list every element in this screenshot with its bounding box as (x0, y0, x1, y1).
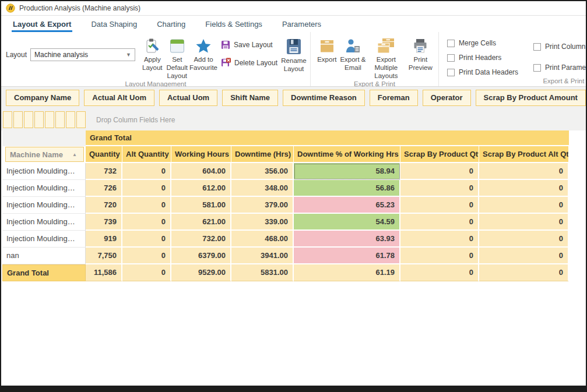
data-cell[interactable]: 0 (479, 163, 569, 180)
print-parameters-checkbox[interactable]: Print Parameters (533, 63, 587, 72)
save-layout-button[interactable]: Save Layout (221, 40, 277, 50)
data-cell[interactable]: 5831.00 (231, 264, 294, 281)
data-cell[interactable]: 732.00 (171, 231, 231, 248)
downtime-pct-cell[interactable]: 65.23 (294, 197, 400, 214)
data-cell[interactable]: 339.00 (231, 214, 294, 231)
data-cell[interactable]: 919 (86, 231, 122, 248)
row-header[interactable]: Injection Moulding… (2, 231, 86, 248)
data-cell[interactable]: 0 (122, 264, 171, 281)
data-cell[interactable]: 0 (479, 264, 569, 281)
data-cell[interactable]: 379.00 (231, 197, 294, 214)
data-cell[interactable]: 6379.00 (171, 248, 231, 264)
data-cell[interactable]: 0 (400, 197, 479, 214)
data-cell[interactable]: 0 (400, 163, 479, 180)
data-cell[interactable]: 0 (122, 180, 171, 197)
merge-cells-checkbox[interactable]: Merge Cells (447, 39, 518, 47)
data-cell[interactable]: 348.00 (231, 180, 294, 197)
data-cell[interactable]: 0 (400, 180, 479, 197)
row-header[interactable]: Grand Total (2, 264, 86, 281)
filter-field-chip[interactable]: Actual Uom (159, 90, 217, 106)
data-cell[interactable]: 0 (479, 180, 569, 197)
column-header[interactable]: Downtime (Hrs) (231, 146, 294, 163)
data-cell[interactable]: 9529.00 (171, 264, 231, 281)
delete-layout-button[interactable]: Delete Layout (221, 58, 277, 68)
print-column-headers-checkbox[interactable]: Print Column Headers (533, 43, 587, 51)
rename-layout-button[interactable]: Rename Layout (281, 34, 307, 73)
downtime-pct-cell[interactable]: 56.86 (294, 180, 400, 197)
data-cell[interactable]: 0 (400, 264, 479, 281)
column-header[interactable]: Alt Quantity (122, 146, 171, 163)
column-header[interactable]: Scrap By Product Qty (400, 146, 479, 163)
row-header[interactable]: Injection Moulding… (2, 180, 86, 197)
filter-field-chip[interactable]: Shift Name (222, 90, 278, 106)
data-cell[interactable]: 0 (122, 231, 171, 248)
data-cell[interactable]: 7,750 (86, 248, 122, 264)
data-cell[interactable]: 612.00 (171, 180, 231, 197)
downtime-pct-cell[interactable]: 54.59 (294, 214, 400, 231)
column-header[interactable]: Scrap By Product Alt Qty (479, 146, 569, 163)
tab-layout-export[interactable]: Layout & Export (12, 17, 72, 32)
data-cell[interactable]: 604.00 (171, 163, 231, 180)
layout-combobox[interactable]: Machine analysis ▼ (30, 48, 135, 61)
drop-slot[interactable] (66, 111, 75, 128)
drop-slot[interactable] (3, 111, 12, 128)
drop-slot[interactable] (34, 111, 44, 128)
downtime-pct-cell[interactable]: 58.94 (294, 163, 400, 180)
column-header[interactable]: Quantity (86, 146, 122, 163)
data-cell[interactable]: 0 (122, 163, 171, 180)
column-header[interactable]: Working Hours (171, 146, 231, 163)
filter-field-chip[interactable]: Operator (423, 90, 471, 106)
export-button[interactable]: Export (314, 34, 340, 64)
data-cell[interactable]: 0 (479, 231, 569, 248)
data-cell[interactable]: 468.00 (231, 231, 294, 248)
data-cell[interactable]: 0 (479, 214, 569, 231)
print-data-headers-checkbox[interactable]: Print Data Headers (447, 68, 518, 76)
print-headers-checkbox[interactable]: Print Headers (447, 54, 518, 62)
data-cell[interactable]: 621.00 (171, 214, 231, 231)
drop-slot[interactable] (76, 111, 86, 128)
data-cell[interactable]: 0 (400, 214, 479, 231)
data-cell[interactable]: 720 (86, 197, 122, 214)
row-field-header[interactable]: Machine Name ▲ (5, 147, 84, 162)
export-email-button[interactable]: Export & Email (340, 34, 367, 72)
apply-layout-button[interactable]: Apply Layout (140, 34, 165, 72)
data-cell[interactable]: 11,586 (86, 264, 122, 281)
data-cell[interactable]: 3941.00 (231, 248, 294, 264)
export-multiple-layouts-button[interactable]: Export Multiple Layouts (366, 34, 406, 80)
filter-field-chip[interactable]: Foreman (370, 90, 418, 106)
row-header[interactable]: Injection Moulding… (2, 197, 86, 214)
data-cell[interactable]: 0 (479, 248, 569, 264)
filter-field-chip[interactable]: Scrap By Product Amount (476, 90, 586, 106)
data-cell[interactable]: 0 (122, 248, 171, 264)
row-header[interactable]: Injection Moulding… (2, 214, 86, 231)
drop-slot[interactable] (55, 111, 65, 128)
data-cell[interactable]: 581.00 (171, 197, 231, 214)
tab-fields-settings[interactable]: Fields & Settings (204, 17, 263, 32)
data-cell[interactable]: 0 (400, 248, 479, 264)
downtime-pct-cell[interactable]: 61.19 (294, 264, 400, 281)
column-header[interactable]: Downtime % of Working Hrs (294, 146, 400, 163)
drop-slot[interactable] (13, 111, 23, 128)
print-preview-button[interactable]: Print Preview (406, 34, 435, 72)
drop-slot[interactable] (45, 111, 54, 128)
data-cell[interactable]: 726 (86, 180, 122, 197)
drop-slot[interactable] (24, 111, 33, 128)
data-cell[interactable]: 0 (400, 231, 479, 248)
set-default-layout-button[interactable]: Set Default Layout (165, 34, 190, 80)
tab-parameters[interactable]: Parameters (281, 17, 322, 32)
tab-data-shaping[interactable]: Data Shaping (90, 17, 138, 32)
downtime-pct-cell[interactable]: 61.78 (294, 248, 400, 264)
add-to-favourite-button[interactable]: Add to Favourite (189, 34, 217, 72)
data-cell[interactable]: 739 (86, 214, 122, 231)
downtime-pct-cell[interactable]: 63.93 (294, 231, 400, 248)
filter-field-chip[interactable]: Downtime Reason (283, 90, 365, 106)
row-header[interactable]: Injection Moulding… (2, 163, 86, 180)
data-cell[interactable]: 0 (122, 197, 171, 214)
row-header[interactable]: nan (2, 248, 86, 264)
data-cell[interactable]: 0 (479, 197, 569, 214)
data-cell[interactable]: 0 (122, 214, 171, 231)
filter-field-chip[interactable]: Company Name (6, 90, 79, 106)
data-cell[interactable]: 732 (86, 163, 122, 180)
tab-charting[interactable]: Charting (156, 17, 187, 32)
filter-field-chip[interactable]: Actual Alt Uom (84, 90, 154, 106)
